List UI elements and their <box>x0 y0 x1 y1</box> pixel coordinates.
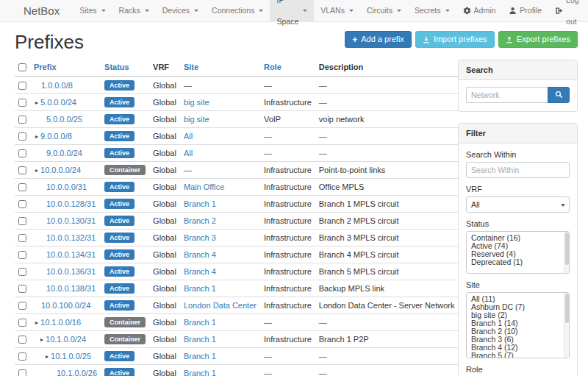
row-checkbox[interactable] <box>18 251 26 259</box>
row-checkbox[interactable] <box>18 183 26 191</box>
prefix-link[interactable]: 10.1.0.0/16 <box>40 318 81 327</box>
site-link[interactable]: Branch 1 <box>184 284 216 293</box>
list-option-all-11-[interactable]: All (11) <box>467 295 569 303</box>
search-panel-title: Search <box>459 60 577 80</box>
search-within-input[interactable] <box>466 162 570 178</box>
row-checkbox[interactable] <box>18 116 26 124</box>
prefix-link[interactable]: 10.1.0.0/24 <box>46 335 86 344</box>
site-link[interactable]: All <box>184 132 193 141</box>
role-value: — <box>260 128 315 145</box>
list-option-reserved-4-[interactable]: Reserved (4) <box>467 250 569 258</box>
list-option-branch-2-10-[interactable]: Branch 2 (10) <box>467 327 569 336</box>
list-option-branch-3-6-[interactable]: Branch 3 (6) <box>467 336 569 344</box>
site-link[interactable]: Branch 4 <box>184 267 216 276</box>
site-link[interactable]: Branch 1 <box>184 335 216 344</box>
prefix-link[interactable]: 10.1.0.0/26 <box>57 369 97 376</box>
site-link[interactable]: All <box>184 149 193 157</box>
add-prefix-button[interactable]: + Add a prefix <box>345 31 412 48</box>
prefix-link[interactable]: 10.0.0.0/31 <box>46 182 87 191</box>
site-link[interactable]: Main Office <box>184 182 224 191</box>
description-value: Backup MPLS link <box>315 280 459 297</box>
column-header-site[interactable]: Site <box>180 60 260 77</box>
row-checkbox[interactable] <box>18 149 26 157</box>
list-option-branch-1-14-[interactable]: Branch 1 (14) <box>467 319 569 327</box>
site-link[interactable]: Branch 4 <box>184 250 216 259</box>
row-checkbox[interactable] <box>18 166 26 174</box>
prefix-link[interactable]: 10.0.0.134/31 <box>46 250 96 259</box>
row-checkbox[interactable] <box>18 319 26 327</box>
nav-item-log-out[interactable]: Log out <box>548 0 586 21</box>
export-prefixes-button[interactable]: Export prefixes <box>498 31 578 48</box>
site-link[interactable]: big site <box>184 98 209 107</box>
prefix-link[interactable]: 1.0.0.0/8 <box>41 81 73 90</box>
select-all-checkbox[interactable] <box>18 63 26 71</box>
nav-item-profile[interactable]: Profile <box>502 0 548 21</box>
prefix-link[interactable]: 10.0.0.128/31 <box>46 199 96 208</box>
prefix-link[interactable]: 10.1.0.0/25 <box>51 352 91 361</box>
vrf-value: Global <box>149 94 180 111</box>
row-checkbox[interactable] <box>18 302 26 310</box>
row-checkbox[interactable] <box>18 336 26 344</box>
import-prefixes-button[interactable]: Import prefixes <box>415 31 495 48</box>
row-checkbox[interactable] <box>18 132 26 141</box>
status-listbox[interactable]: Container (16)Active (74)Reserved (4)Dep… <box>466 231 570 274</box>
nav-item-vlans[interactable]: VLANs <box>314 0 360 21</box>
app-brand[interactable]: NetBox <box>24 0 60 21</box>
status-scrollbar[interactable] <box>564 232 569 273</box>
nav-menu: SitesRacksDevicesConnectionsIP SpaceVLAN… <box>73 0 456 21</box>
prefix-link[interactable]: 9.0.0.0/24 <box>46 149 82 157</box>
list-option-deprecated-1-[interactable]: Deprecated (1) <box>467 258 569 266</box>
vrf-value: Global <box>149 213 180 230</box>
prefix-link[interactable]: 10.0.0.138/31 <box>46 284 96 293</box>
row-checkbox[interactable] <box>18 82 26 90</box>
column-header-status[interactable]: Status <box>101 60 149 77</box>
nav-item-admin[interactable]: Admin <box>456 0 503 21</box>
search-input[interactable] <box>466 87 548 103</box>
site-scrollbar[interactable] <box>564 293 569 358</box>
list-option-active-74-[interactable]: Active (74) <box>467 242 569 250</box>
row-checkbox[interactable] <box>18 268 26 276</box>
site-link[interactable]: Branch 1 <box>184 352 216 361</box>
prefix-link[interactable]: 10.0.0.132/31 <box>46 233 96 242</box>
prefix-link[interactable]: 10.0.0.136/31 <box>46 267 96 276</box>
row-checkbox[interactable] <box>18 285 26 293</box>
list-option-container-16-[interactable]: Container (16) <box>467 234 569 242</box>
list-option-ashburn-dc-7-[interactable]: Ashburn DC (7) <box>467 303 569 311</box>
site-link[interactable]: Branch 1 <box>184 369 216 376</box>
search-button[interactable] <box>548 87 570 103</box>
row-checkbox[interactable] <box>18 369 26 376</box>
site-link[interactable]: Branch 1 <box>184 199 216 208</box>
nav-item-circuits[interactable]: Circuits <box>360 0 408 21</box>
nav-item-secrets[interactable]: Secrets <box>408 0 456 21</box>
site-link[interactable]: Branch 1 <box>184 318 216 327</box>
row-checkbox[interactable] <box>18 352 26 361</box>
nav-item-racks[interactable]: Racks <box>112 0 156 21</box>
site-link[interactable]: big site <box>184 115 209 124</box>
row-checkbox[interactable] <box>18 217 26 225</box>
role-value: — <box>260 77 315 94</box>
prefix-link[interactable]: 10.0.100.0/24 <box>41 301 90 310</box>
list-option-branch-5-7-[interactable]: Branch 5 (7) <box>467 352 569 358</box>
site-link[interactable]: Branch 2 <box>184 216 216 225</box>
list-option-big-site-2-[interactable]: big site (2) <box>467 311 569 319</box>
list-option-branch-4-12-[interactable]: Branch 4 (12) <box>467 344 569 352</box>
site-listbox[interactable]: All (11)Ashburn DC (7)big site (2)Branch… <box>466 292 570 358</box>
expand-children-icon: ▸ <box>40 336 43 343</box>
prefix-link[interactable]: 10.0.0.0/24 <box>40 166 81 174</box>
nav-item-connections[interactable]: Connections <box>205 0 270 21</box>
column-header-prefix[interactable]: Prefix <box>30 60 101 77</box>
column-header-role[interactable]: Role <box>260 60 315 77</box>
nav-item-devices[interactable]: Devices <box>156 0 205 21</box>
prefix-link[interactable]: 9.0.0.0/8 <box>40 132 72 141</box>
row-checkbox[interactable] <box>18 99 26 107</box>
row-checkbox[interactable] <box>18 200 26 208</box>
vrf-select[interactable]: All <box>466 196 570 213</box>
prefix-link[interactable]: 5.0.0.0/25 <box>46 115 82 124</box>
site-link[interactable]: Branch 3 <box>184 233 216 242</box>
nav-item-sites[interactable]: Sites <box>73 0 112 21</box>
prefix-link[interactable]: 10.0.0.130/31 <box>46 216 96 225</box>
row-checkbox[interactable] <box>18 234 26 242</box>
site-link[interactable]: London Data Center <box>184 301 257 310</box>
prefix-link[interactable]: 5.0.0.0/24 <box>40 98 76 107</box>
nav-item-ip-space[interactable]: IP Space <box>270 0 314 21</box>
